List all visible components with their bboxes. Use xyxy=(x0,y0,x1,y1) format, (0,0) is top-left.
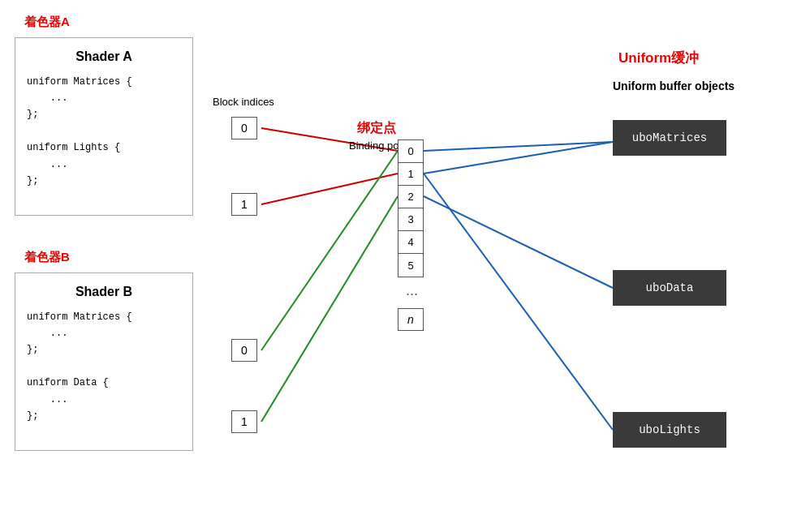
shader-b-code: uniform Matrices { ... }; uniform Data {… xyxy=(27,309,181,425)
block-indices-label: Block indices xyxy=(213,96,274,108)
shader-b-box: Shader B uniform Matrices { ... }; unifo… xyxy=(15,272,193,451)
binding-cell-1: 1 xyxy=(398,163,423,186)
binding-n-box: n xyxy=(398,308,424,331)
ubo-title: Uniform buffer objects xyxy=(613,79,735,92)
svg-line-2 xyxy=(261,151,398,350)
binding-dots: ... xyxy=(406,282,418,299)
shader-a-box: Shader A uniform Matrices { ... }; unifo… xyxy=(15,37,193,216)
binding-cell-0: 0 xyxy=(398,140,423,163)
shader-b-title: Shader B xyxy=(27,281,181,302)
binding-cell-4: 4 xyxy=(398,231,423,254)
svg-line-4 xyxy=(424,142,613,151)
binding-cell-5: 5 xyxy=(398,254,423,277)
binding-column: 0 1 2 3 4 5 xyxy=(398,139,424,277)
shader-a-chinese-label: 着色器A xyxy=(24,15,70,30)
shader-b-index-1: 1 xyxy=(231,410,257,433)
ubo-matrices-box: uboMatrices xyxy=(613,120,726,156)
uniform-cache-title-chinese: Uniform缓冲 xyxy=(618,49,699,67)
binding-cell-3: 3 xyxy=(398,208,423,231)
shader-a-code: uniform Matrices { ... }; uniform Lights… xyxy=(27,74,181,190)
shader-a-title: Shader A xyxy=(27,46,181,67)
svg-line-5 xyxy=(424,142,613,174)
ubo-data-box: uboData xyxy=(613,270,726,306)
shader-b-chinese-label: 着色器B xyxy=(24,250,70,265)
binding-points-chinese-label: 绑定点 xyxy=(357,120,396,137)
svg-line-7 xyxy=(424,174,613,430)
svg-line-3 xyxy=(261,196,398,422)
svg-line-6 xyxy=(424,196,613,288)
shader-a-index-1: 1 xyxy=(231,193,257,216)
svg-line-1 xyxy=(261,174,398,204)
shader-a-index-0: 0 xyxy=(231,117,257,139)
ubo-lights-box: uboLights xyxy=(613,412,726,448)
binding-cell-2: 2 xyxy=(398,186,423,208)
shader-b-index-0: 0 xyxy=(231,339,257,362)
